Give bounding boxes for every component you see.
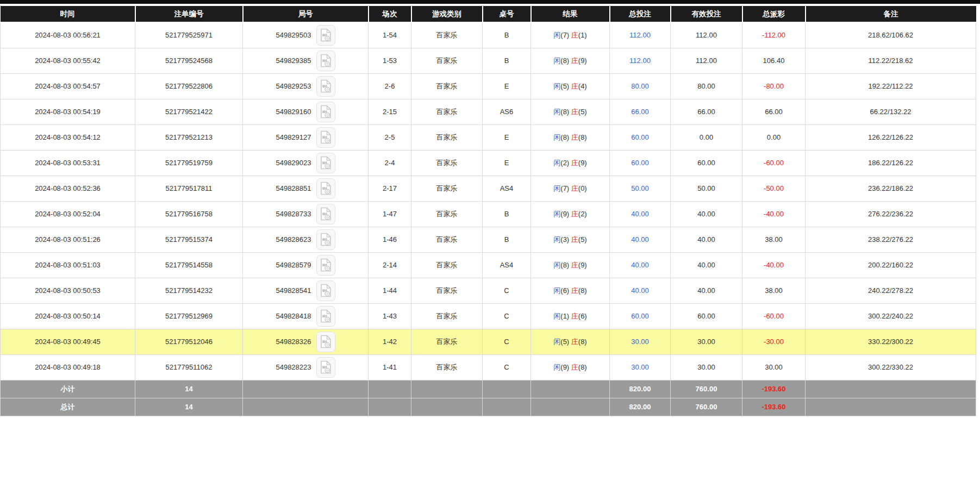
- round-number: 549829253: [276, 82, 311, 90]
- session-cell: 2-14: [369, 252, 411, 278]
- video-replay-button[interactable]: [316, 306, 335, 327]
- video-replay-button[interactable]: [316, 51, 335, 71]
- payout-cell: 38.00: [742, 278, 806, 303]
- game-type-cell: 百家乐: [411, 99, 483, 124]
- table-no-cell: E: [483, 124, 531, 150]
- summary-label: 小计: [1, 380, 135, 398]
- time-cell: 2024-08-03 00:51:26: [1, 227, 135, 252]
- video-replay-button[interactable]: [316, 76, 335, 97]
- valid-bet-cell: 40.00: [671, 227, 742, 252]
- video-replay-icon: [320, 28, 332, 42]
- valid-bet-cell: 0.00: [671, 124, 742, 150]
- video-replay-icon: [320, 335, 332, 348]
- video-replay-button[interactable]: [316, 127, 335, 148]
- result-cell: 闲(8) 庄(9): [531, 48, 610, 73]
- video-replay-icon: [320, 258, 332, 272]
- player-result: 闲: [553, 31, 560, 39]
- valid-bet-cell: 112.00: [671, 48, 742, 73]
- session-cell: 1-44: [369, 278, 411, 303]
- video-replay-button[interactable]: [316, 255, 335, 276]
- table-no-cell: C: [483, 329, 531, 354]
- video-replay-button[interactable]: [316, 25, 335, 46]
- game-type-cell: 百家乐: [411, 176, 483, 201]
- session-cell: 1-54: [369, 22, 411, 48]
- col-header-valid-bet: 有效投注: [671, 6, 742, 22]
- game-type-cell: 百家乐: [411, 252, 483, 278]
- banker-result: 庄: [571, 235, 578, 244]
- banker-result: 庄: [571, 261, 578, 269]
- result-cell: 闲(8) 庄(5): [531, 99, 610, 124]
- remark-cell: 126.22/126.22: [806, 124, 976, 150]
- table-no-cell: C: [483, 278, 531, 303]
- video-replay-icon: [320, 54, 332, 67]
- valid-bet-cell: 30.00: [671, 329, 742, 354]
- bet-id-cell: 521779517811: [135, 176, 243, 201]
- table-row: 2024-08-03 00:49:45521779512046549828326…: [1, 329, 976, 354]
- video-replay-button[interactable]: [316, 357, 335, 378]
- video-replay-button[interactable]: [316, 280, 335, 301]
- result-cell: 闲(9) 庄(8): [531, 354, 610, 380]
- video-replay-icon: [320, 130, 332, 144]
- valid-bet-cell: 80.00: [671, 73, 742, 99]
- banker-result: 庄: [571, 82, 578, 90]
- time-cell: 2024-08-03 00:55:42: [1, 48, 135, 73]
- total-bet-cell: 30.00: [610, 329, 671, 354]
- player-result: 闲: [553, 363, 560, 371]
- payout-cell: 106.40: [742, 48, 806, 73]
- round-cell: 549828223: [243, 354, 369, 380]
- payout-cell: -60.00: [742, 303, 806, 329]
- remark-cell: 186.22/126.22: [806, 150, 976, 176]
- table-row: 2024-08-03 00:54:57521779522806549829253…: [1, 73, 976, 99]
- video-replay-button[interactable]: [316, 178, 335, 199]
- banker-result: 庄: [571, 159, 578, 167]
- remark-cell: 300.22/240.22: [806, 303, 976, 329]
- valid-bet-cell: 40.00: [671, 201, 742, 227]
- payout-cell: -112.00: [742, 22, 806, 48]
- bet-id-cell: 521779522806: [135, 73, 243, 99]
- remark-cell: 300.22/330.22: [806, 354, 976, 380]
- round-number: 549828851: [276, 184, 311, 192]
- game-type-cell: 百家乐: [411, 303, 483, 329]
- game-type-cell: 百家乐: [411, 73, 483, 99]
- col-header-time: 时间: [1, 6, 135, 22]
- video-replay-button[interactable]: [316, 229, 335, 250]
- result-cell: 闲(5) 庄(4): [531, 73, 610, 99]
- round-number: 549828326: [276, 338, 311, 346]
- result-cell: 闲(3) 庄(5): [531, 227, 610, 252]
- total-bet-cell: 30.00: [610, 354, 671, 380]
- video-replay-button[interactable]: [316, 204, 335, 224]
- round-cell: 549828326: [243, 329, 369, 354]
- player-result: 闲: [553, 184, 560, 192]
- video-replay-button[interactable]: [316, 153, 335, 173]
- round-number: 549828541: [276, 286, 311, 295]
- session-cell: 1-47: [369, 201, 411, 227]
- total-bet-cell: 40.00: [610, 227, 671, 252]
- table-row: 2024-08-03 00:53:31521779519759549829023…: [1, 150, 976, 176]
- video-replay-button[interactable]: [316, 102, 335, 122]
- table-no-cell: C: [483, 303, 531, 329]
- video-replay-button[interactable]: [316, 332, 335, 352]
- result-cell: 闲(1) 庄(6): [531, 303, 610, 329]
- table-row: 2024-08-03 00:50:53521779514232549828541…: [1, 278, 976, 303]
- banker-result: 庄: [571, 108, 578, 116]
- summary-count: 14: [135, 380, 243, 398]
- valid-bet-cell: 66.00: [671, 99, 742, 124]
- payout-cell: 66.00: [742, 99, 806, 124]
- banker-result: 庄: [571, 31, 578, 39]
- video-replay-icon: [320, 182, 332, 195]
- summary-total-bet: 820.00: [610, 398, 671, 416]
- round-cell: 549829503: [243, 22, 369, 48]
- result-cell: 闲(7) 庄(0): [531, 176, 610, 201]
- session-cell: 2-15: [369, 99, 411, 124]
- player-result: 闲: [553, 338, 560, 346]
- col-header-total-bet: 总投注: [610, 6, 671, 22]
- total-bet-cell: 40.00: [610, 252, 671, 278]
- player-result: 闲: [553, 312, 560, 320]
- total-bet-cell: 60.00: [610, 150, 671, 176]
- round-cell: 549828541: [243, 278, 369, 303]
- bet-id-cell: 521779514232: [135, 278, 243, 303]
- round-number: 549829023: [276, 159, 311, 167]
- result-cell: 闲(9) 庄(2): [531, 201, 610, 227]
- remark-cell: 200.22/160.22: [806, 252, 976, 278]
- time-cell: 2024-08-03 00:54:12: [1, 124, 135, 150]
